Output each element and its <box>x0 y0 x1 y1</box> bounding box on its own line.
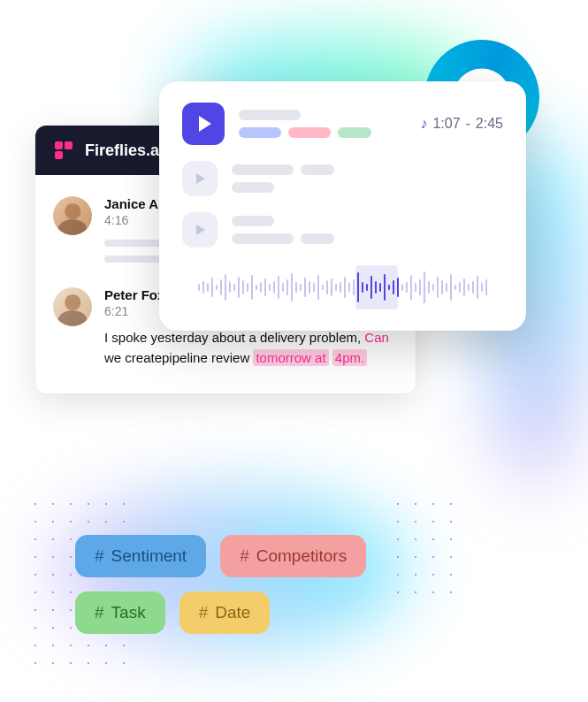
tag-competitors[interactable]: # Competitors <box>220 535 366 577</box>
hash-icon: # <box>95 603 104 622</box>
hash-icon: # <box>199 603 209 622</box>
waveform[interactable] <box>182 265 503 309</box>
hash-icon: # <box>95 546 104 566</box>
waveform-playhead[interactable] <box>355 265 398 309</box>
segment <box>232 233 294 244</box>
time-start: 1:07 <box>432 116 460 132</box>
time-end: 2:45 <box>476 116 503 132</box>
svg-rect-2 <box>55 151 63 159</box>
play-button[interactable] <box>182 161 218 196</box>
tag-label: Date <box>215 603 250 622</box>
play-button[interactable] <box>182 103 225 145</box>
tag-sentiment[interactable]: # Sentiment <box>75 535 206 577</box>
track-segments <box>232 216 334 226</box>
play-icon <box>196 225 205 235</box>
segment <box>232 164 294 175</box>
tag-label: Sentiment <box>111 546 187 566</box>
text: I spoke yesterday about a delivery probl… <box>104 330 364 345</box>
segment <box>288 127 331 138</box>
tag-label: Competitors <box>256 546 347 566</box>
track-segments <box>232 233 334 244</box>
text: we createpipeline review <box>104 350 253 365</box>
tags-container: # Sentiment # Competitors # Task # Date <box>75 535 429 634</box>
track-segments <box>239 110 371 120</box>
segment <box>338 127 371 138</box>
tag-task[interactable]: # Task <box>75 591 165 634</box>
segments-wrap <box>232 216 334 244</box>
tag-label: Task <box>111 603 146 622</box>
play-icon <box>196 173 205 184</box>
text-highlight: tomorrow at <box>253 349 328 366</box>
segment <box>232 216 274 226</box>
music-note-icon: ♪ <box>420 116 427 132</box>
track-segments <box>239 127 371 138</box>
avatar <box>53 196 92 235</box>
hash-icon: # <box>240 546 249 566</box>
play-icon <box>199 116 211 132</box>
audio-track-row <box>182 212 503 248</box>
segments-wrap <box>239 110 371 138</box>
audio-track-row <box>182 161 503 196</box>
play-button[interactable] <box>182 212 218 248</box>
segment <box>239 127 281 138</box>
fireflies-logo-icon <box>53 140 74 161</box>
time-display: ♪ 1:07 - 2:45 <box>420 116 503 132</box>
text-highlight: Can <box>364 330 389 345</box>
svg-rect-0 <box>55 141 63 149</box>
segment <box>232 182 274 193</box>
segments-wrap <box>232 164 334 193</box>
track-segments <box>232 164 334 175</box>
segment <box>301 233 334 244</box>
track-segments <box>232 182 334 193</box>
audio-track-row: ♪ 1:07 - 2:45 <box>182 103 503 145</box>
tag-date[interactable]: # Date <box>179 591 271 634</box>
svg-rect-1 <box>65 141 73 149</box>
app-title: Fireflies.ai <box>85 141 164 160</box>
audio-player-card: ♪ 1:07 - 2:45 <box>159 81 526 331</box>
avatar <box>53 287 92 326</box>
segment <box>301 164 334 175</box>
segment <box>239 110 301 120</box>
time-sep: - <box>466 116 470 132</box>
text-highlight: 4pm. <box>332 349 367 366</box>
transcript-text: I spoke yesterday about a delivery probl… <box>104 327 398 369</box>
